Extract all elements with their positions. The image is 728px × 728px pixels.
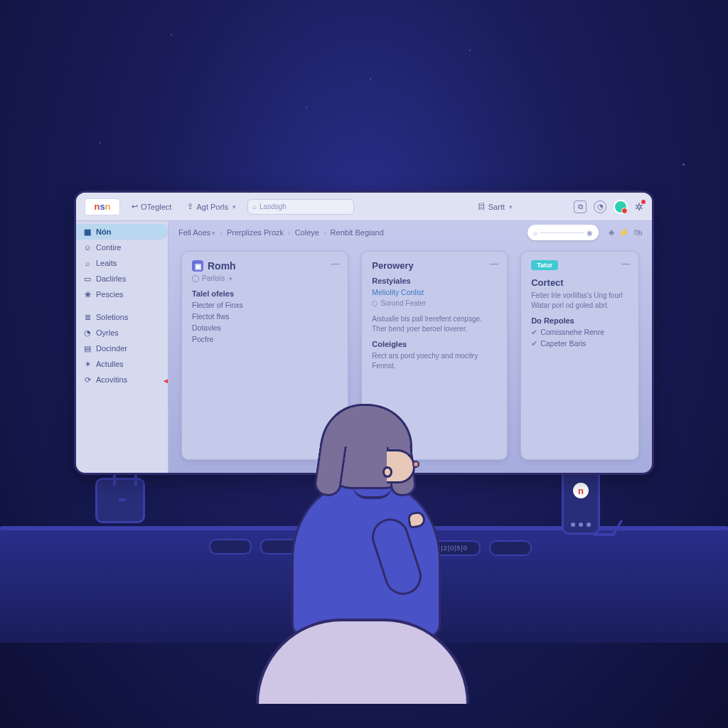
sidebar-item-label: Contire (96, 243, 121, 252)
sidebar-item-non[interactable]: ▦Nón (76, 224, 168, 240)
sidebar-item-acovitins[interactable]: ⟳Acovitins (76, 372, 168, 387)
cart-icon[interactable]: 🛍 (633, 228, 642, 237)
back-button[interactable]: ↩ OTeglect (127, 200, 176, 213)
back-label: OTeglect (141, 203, 171, 211)
check-item[interactable]: Capeter Baris (540, 339, 586, 348)
calendar-icon: ▤ (83, 344, 92, 353)
list-item[interactable]: Dotavles (192, 323, 338, 332)
sidebar-item-label: Leaits (96, 259, 117, 267)
filter-label: Sartt (488, 203, 505, 211)
collapse-icon[interactable]: — (621, 259, 630, 269)
breadcrumb-item[interactable]: Prerplizes Prozk (227, 228, 284, 237)
person-illustration (256, 398, 455, 654)
sidebar-item-label: Docinder (96, 344, 127, 353)
app-logo[interactable]: nsn (85, 198, 120, 215)
notification-icon[interactable]: ✲ (635, 201, 643, 213)
clock-icon[interactable]: ◔ (594, 200, 606, 213)
card-cortect: — Tatur Cortect Feiter lrle vorilifas's … (520, 251, 639, 460)
keyboard-key (209, 539, 252, 555)
sidebar-item-oyrles[interactable]: ◔Oyrles (76, 325, 168, 341)
user-icon: ☺ (83, 243, 92, 252)
card-title: Cortect (531, 277, 628, 288)
bolt-icon[interactable]: ⚡ (619, 228, 629, 237)
user-avatar[interactable] (614, 200, 628, 214)
sidebar-item-label: Soletions (96, 313, 128, 321)
keyboard-key (489, 540, 532, 556)
bag-prop (95, 478, 145, 523)
phone-prop: n (562, 468, 600, 535)
collapse-icon[interactable]: — (331, 259, 339, 269)
card-section: Do Repoles (531, 316, 628, 325)
note-text: Sorond Feater (380, 299, 426, 307)
sidebar-item-soletions[interactable]: ≣Soletions (76, 309, 168, 325)
list-icon: ≣ (83, 313, 92, 321)
card-icon: ▣ (192, 260, 203, 272)
sidebar-item-leaits[interactable]: ⌕Leaits (76, 255, 168, 271)
card-subtitle: Pariisis (202, 274, 225, 282)
breadcrumb-item[interactable]: Renbit Begiand (331, 228, 384, 237)
spark-icon: ✶ (83, 360, 92, 368)
sidebar-item-label: Actulles (96, 360, 124, 368)
sidebar-item-pescies[interactable]: ❀Pescies (76, 287, 168, 302)
phone-app-icon: n (573, 483, 589, 498)
pin-icon: ◄ (162, 377, 169, 385)
bell-icon[interactable]: ♣ (609, 228, 614, 237)
card-title: Romh (208, 260, 236, 272)
status-badge: Tatur (531, 260, 558, 270)
mic-icon: ◉ (587, 229, 593, 237)
sidebar-item-label: Acovitins (96, 375, 127, 384)
sidebar: ▦Nón ☺Contire ⌕Leaits ▭Daclirles ❀Pescie… (76, 221, 168, 473)
collapse-icon[interactable]: — (490, 259, 498, 269)
share-label: Agt Porls (196, 203, 228, 211)
sidebar-item-actulles[interactable]: ✶Actulles (76, 356, 168, 372)
arrow-left-icon: ↩ (132, 202, 138, 211)
search-icon: ⌕ (252, 203, 257, 210)
link-item[interactable]: Meliolity Conlist (372, 288, 497, 296)
sidebar-item-daclirles[interactable]: ▭Daclirles (76, 271, 168, 287)
sidebar-item-label: Nón (96, 228, 111, 236)
sidebar-item-label: Daclirles (96, 274, 126, 283)
list-item[interactable]: Flecter of Finxs (192, 301, 338, 309)
body-text: Rect ars pord yoechy and mocitry Fennst. (372, 351, 497, 371)
sidebar-item-contire[interactable]: ☺Contire (76, 240, 168, 255)
check-item[interactable]: Comissnehe Renre (540, 328, 604, 336)
check-icon: ✔ (531, 339, 537, 348)
list-item[interactable]: Flectot flws (192, 312, 338, 321)
card-section: Coleigles (372, 340, 497, 348)
pie-icon: ◔ (83, 328, 92, 337)
copy-icon[interactable]: ⧉ (574, 200, 587, 213)
body-text: Feiter lrle vorilifas's Ung fourl Watar … (531, 291, 628, 311)
sidebar-item-label: Oyrles (96, 328, 119, 337)
sidebar-item-label: Pescies (96, 290, 124, 299)
list-item[interactable]: Pocfre (192, 335, 338, 343)
upload-icon: ⇪ (187, 202, 193, 211)
share-button[interactable]: ⇪ Agt Porls (183, 200, 240, 213)
page-search[interactable]: ⌕◉ (528, 225, 599, 240)
filter-icon: ⽬ (478, 201, 486, 212)
card-title: Perowery (372, 260, 414, 271)
leaf-icon: ❀ (83, 290, 92, 299)
global-search[interactable]: ⌕ Lasdsgh (247, 199, 354, 215)
search-icon: ⌕ (533, 229, 537, 237)
sidebar-item-docinder[interactable]: ▤Docinder (76, 341, 168, 356)
search-placeholder: Lasdsgh (259, 203, 287, 210)
filter-button[interactable]: ⽬ Sartt (473, 199, 517, 214)
search-icon: ⌕ (83, 259, 92, 267)
refresh-icon: ⟳ (83, 375, 92, 384)
grid-icon: ▦ (83, 228, 92, 236)
clipboard-icon: ▭ (83, 274, 92, 283)
breadcrumb-item[interactable]: Fell Aoes (178, 228, 215, 237)
breadcrumb: Fell Aoes› Prerplizes Prozk› Coleye› Ren… (168, 221, 652, 244)
check-icon: ✔ (531, 328, 537, 336)
breadcrumb-item[interactable]: Coleye (295, 228, 319, 237)
card-section: Talel ofeles (192, 289, 338, 298)
card-section: Restyiales (372, 277, 497, 285)
top-toolbar: nsn ↩ OTeglect ⇪ Agt Porls ⌕ Lasdsgh ⽬ S… (76, 193, 652, 221)
body-text: Aistualle bis pall lrerefent cenpsge. Th… (372, 314, 497, 334)
